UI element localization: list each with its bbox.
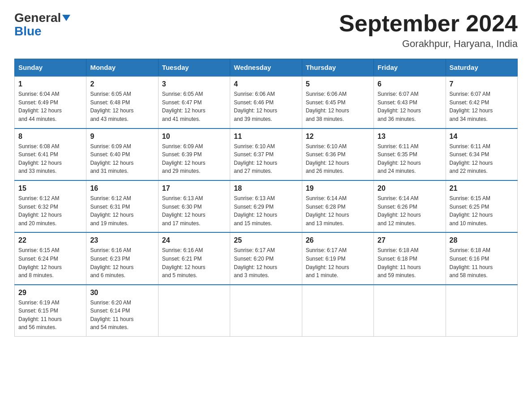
day-info: Sunrise: 6:14 AMSunset: 6:28 PMDaylight:… xyxy=(306,195,349,227)
day-number: 29 xyxy=(18,289,82,297)
day-number: 15 xyxy=(18,184,82,193)
day-info: Sunrise: 6:19 AMSunset: 6:15 PMDaylight:… xyxy=(18,300,62,331)
day-number: 19 xyxy=(306,184,370,193)
calendar-week-row: 22 Sunrise: 6:15 AMSunset: 6:24 PMDaylig… xyxy=(15,232,518,284)
day-info: Sunrise: 6:18 AMSunset: 6:16 PMDaylight:… xyxy=(450,247,493,278)
day-info: Sunrise: 6:18 AMSunset: 6:18 PMDaylight:… xyxy=(378,247,421,278)
table-row: 15 Sunrise: 6:12 AMSunset: 6:32 PMDaylig… xyxy=(15,180,86,232)
day-info: Sunrise: 6:06 AMSunset: 6:45 PMDaylight:… xyxy=(306,91,349,122)
day-number: 4 xyxy=(234,80,298,88)
day-number: 25 xyxy=(234,236,298,244)
table-row: 12 Sunrise: 6:10 AMSunset: 6:36 PMDaylig… xyxy=(302,128,373,180)
table-row: 9 Sunrise: 6:09 AMSunset: 6:40 PMDayligh… xyxy=(86,128,158,180)
day-number: 5 xyxy=(306,80,370,88)
day-info: Sunrise: 6:16 AMSunset: 6:23 PMDaylight:… xyxy=(90,247,133,278)
calendar-week-row: 29 Sunrise: 6:19 AMSunset: 6:15 PMDaylig… xyxy=(15,285,518,337)
table-row: 14 Sunrise: 6:11 AMSunset: 6:34 PMDaylig… xyxy=(446,128,517,180)
day-number: 28 xyxy=(450,236,514,244)
day-number: 3 xyxy=(162,80,226,88)
table-row: 2 Sunrise: 6:05 AMSunset: 6:48 PMDayligh… xyxy=(86,76,158,128)
day-number: 2 xyxy=(90,80,154,88)
day-number: 23 xyxy=(90,236,154,244)
day-info: Sunrise: 6:12 AMSunset: 6:32 PMDaylight:… xyxy=(18,195,62,227)
calendar-subtitle: Gorakhpur, Haryana, India xyxy=(339,38,518,50)
table-row: 28 Sunrise: 6:18 AMSunset: 6:16 PMDaylig… xyxy=(446,232,517,284)
day-info: Sunrise: 6:20 AMSunset: 6:14 PMDaylight:… xyxy=(90,300,133,331)
page-header: General Blue September 2024 Gorakhpur, H… xyxy=(14,11,518,50)
table-row: 6 Sunrise: 6:07 AMSunset: 6:43 PMDayligh… xyxy=(374,76,446,128)
day-number: 7 xyxy=(450,80,514,88)
day-info: Sunrise: 6:15 AMSunset: 6:25 PMDaylight:… xyxy=(450,195,493,227)
table-row: 29 Sunrise: 6:19 AMSunset: 6:15 PMDaylig… xyxy=(15,285,86,337)
logo-blue: Blue xyxy=(14,24,42,38)
day-number: 14 xyxy=(450,133,514,141)
day-info: Sunrise: 6:10 AMSunset: 6:36 PMDaylight:… xyxy=(306,143,349,175)
day-info: Sunrise: 6:13 AMSunset: 6:30 PMDaylight:… xyxy=(162,195,206,227)
table-row xyxy=(230,285,302,337)
day-info: Sunrise: 6:07 AMSunset: 6:43 PMDaylight:… xyxy=(378,91,421,122)
logo: General Blue xyxy=(14,11,70,39)
day-info: Sunrise: 6:17 AMSunset: 6:20 PMDaylight:… xyxy=(234,247,277,278)
table-row: 21 Sunrise: 6:15 AMSunset: 6:25 PMDaylig… xyxy=(446,180,517,232)
table-row: 7 Sunrise: 6:07 AMSunset: 6:42 PMDayligh… xyxy=(446,76,517,128)
table-row: 26 Sunrise: 6:17 AMSunset: 6:19 PMDaylig… xyxy=(302,232,373,284)
day-info: Sunrise: 6:11 AMSunset: 6:34 PMDaylight:… xyxy=(450,143,493,175)
table-row: 10 Sunrise: 6:09 AMSunset: 6:39 PMDaylig… xyxy=(158,128,230,180)
table-row: 22 Sunrise: 6:15 AMSunset: 6:24 PMDaylig… xyxy=(15,232,86,284)
col-friday: Friday xyxy=(374,59,446,77)
title-area: September 2024 Gorakhpur, Haryana, India xyxy=(339,11,518,50)
day-info: Sunrise: 6:06 AMSunset: 6:46 PMDaylight:… xyxy=(234,91,277,122)
day-number: 8 xyxy=(18,133,82,141)
table-row: 13 Sunrise: 6:11 AMSunset: 6:35 PMDaylig… xyxy=(374,128,446,180)
day-info: Sunrise: 6:04 AMSunset: 6:49 PMDaylight:… xyxy=(18,91,62,122)
table-row xyxy=(374,285,446,337)
col-monday: Monday xyxy=(86,59,158,77)
table-row xyxy=(302,285,373,337)
day-number: 21 xyxy=(450,184,514,193)
table-row: 24 Sunrise: 6:16 AMSunset: 6:21 PMDaylig… xyxy=(158,232,230,284)
calendar-week-row: 15 Sunrise: 6:12 AMSunset: 6:32 PMDaylig… xyxy=(15,180,518,232)
logo-general: General xyxy=(14,11,61,25)
day-number: 13 xyxy=(378,133,442,141)
calendar-header-row: Sunday Monday Tuesday Wednesday Thursday… xyxy=(15,59,518,77)
table-row: 25 Sunrise: 6:17 AMSunset: 6:20 PMDaylig… xyxy=(230,232,302,284)
table-row: 19 Sunrise: 6:14 AMSunset: 6:28 PMDaylig… xyxy=(302,180,373,232)
day-info: Sunrise: 6:09 AMSunset: 6:40 PMDaylight:… xyxy=(90,143,133,175)
table-row: 3 Sunrise: 6:05 AMSunset: 6:47 PMDayligh… xyxy=(158,76,230,128)
col-tuesday: Tuesday xyxy=(158,59,230,77)
day-number: 10 xyxy=(162,133,226,141)
day-info: Sunrise: 6:15 AMSunset: 6:24 PMDaylight:… xyxy=(18,247,62,278)
table-row xyxy=(446,285,517,337)
calendar-week-row: 1 Sunrise: 6:04 AMSunset: 6:49 PMDayligh… xyxy=(15,76,518,128)
table-row: 16 Sunrise: 6:12 AMSunset: 6:31 PMDaylig… xyxy=(86,180,158,232)
table-row: 1 Sunrise: 6:04 AMSunset: 6:49 PMDayligh… xyxy=(15,76,86,128)
col-wednesday: Wednesday xyxy=(230,59,302,77)
day-number: 6 xyxy=(378,80,442,88)
day-number: 16 xyxy=(90,184,154,193)
day-number: 11 xyxy=(234,133,298,141)
table-row: 30 Sunrise: 6:20 AMSunset: 6:14 PMDaylig… xyxy=(86,285,158,337)
table-row: 27 Sunrise: 6:18 AMSunset: 6:18 PMDaylig… xyxy=(374,232,446,284)
col-saturday: Saturday xyxy=(446,59,517,77)
day-info: Sunrise: 6:17 AMSunset: 6:19 PMDaylight:… xyxy=(306,247,349,278)
day-info: Sunrise: 6:11 AMSunset: 6:35 PMDaylight:… xyxy=(378,143,421,175)
calendar-title: September 2024 xyxy=(339,11,518,36)
day-info: Sunrise: 6:16 AMSunset: 6:21 PMDaylight:… xyxy=(162,247,206,278)
table-row: 20 Sunrise: 6:14 AMSunset: 6:26 PMDaylig… xyxy=(374,180,446,232)
day-number: 30 xyxy=(90,289,154,297)
table-row: 17 Sunrise: 6:13 AMSunset: 6:30 PMDaylig… xyxy=(158,180,230,232)
calendar-table: Sunday Monday Tuesday Wednesday Thursday… xyxy=(14,59,518,337)
day-number: 17 xyxy=(162,184,226,193)
day-info: Sunrise: 6:09 AMSunset: 6:39 PMDaylight:… xyxy=(162,143,206,175)
day-number: 12 xyxy=(306,133,370,141)
table-row: 18 Sunrise: 6:13 AMSunset: 6:29 PMDaylig… xyxy=(230,180,302,232)
day-info: Sunrise: 6:10 AMSunset: 6:37 PMDaylight:… xyxy=(234,143,277,175)
day-number: 22 xyxy=(18,236,82,244)
table-row xyxy=(158,285,230,337)
col-thursday: Thursday xyxy=(302,59,373,77)
day-info: Sunrise: 6:13 AMSunset: 6:29 PMDaylight:… xyxy=(234,195,277,227)
day-info: Sunrise: 6:08 AMSunset: 6:41 PMDaylight:… xyxy=(18,143,62,175)
col-sunday: Sunday xyxy=(15,59,86,77)
day-info: Sunrise: 6:05 AMSunset: 6:48 PMDaylight:… xyxy=(90,91,133,122)
day-number: 20 xyxy=(378,184,442,193)
